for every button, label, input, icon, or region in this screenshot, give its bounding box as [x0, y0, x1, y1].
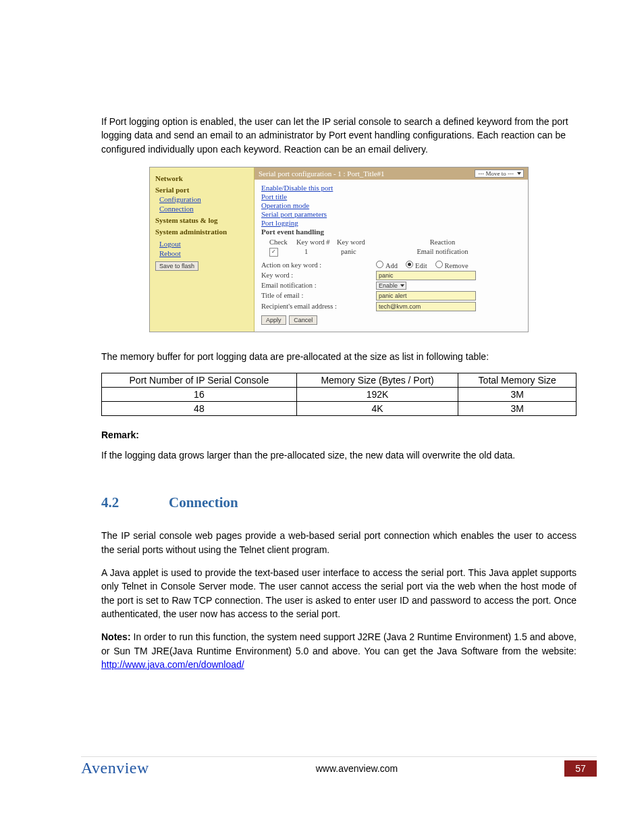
link-operation-mode[interactable]: Operation mode — [261, 201, 521, 209]
radio-add[interactable]: Add — [376, 261, 398, 269]
keyword-row: ✓ 1 panic Email notification — [269, 247, 521, 257]
memory-buffer-paragraph: The memory buffer for port logging data … — [101, 350, 576, 363]
sidebar: Network Serial port Configuration Connec… — [150, 167, 254, 332]
apply-button[interactable]: Apply — [261, 315, 286, 325]
nav-configuration[interactable]: Configuration — [159, 195, 248, 203]
config-screenshot: Network Serial port Configuration Connec… — [149, 167, 529, 332]
nav-logout[interactable]: Logout — [159, 240, 248, 248]
radio-edit[interactable]: Edit — [406, 261, 427, 269]
avenview-logo: Avenview — [81, 759, 149, 777]
panel-title: Serial port configuration - 1 : Port_Tit… — [259, 170, 385, 178]
kw-header-num: Key word # — [296, 238, 337, 246]
label-recipient-email: Recipient's email address : — [261, 303, 376, 310]
radio-remove-label: Remove — [445, 262, 468, 269]
nav-connection[interactable]: Connection — [159, 205, 248, 213]
cancel-button[interactable]: Cancel — [289, 315, 317, 325]
th-total-memory: Total Memory Size — [458, 373, 576, 388]
radio-edit-label: Edit — [415, 262, 427, 269]
td: 48 — [102, 402, 297, 416]
label-email-notification: Email notification : — [261, 282, 376, 289]
notes-paragraph: Notes: In order to run this function, th… — [101, 630, 576, 671]
connection-paragraph-1: The IP serial console web pages provide … — [101, 529, 576, 556]
label-action-on-keyword: Action on key word : — [261, 261, 376, 269]
chevron-down-icon — [400, 284, 404, 287]
nav-serialport[interactable]: Serial port — [155, 186, 248, 194]
link-serial-params[interactable]: Serial port parameters — [261, 210, 521, 218]
label-title-of-email: Title of email : — [261, 292, 376, 299]
link-port-logging[interactable]: Port logging — [261, 219, 521, 227]
td: 3M — [458, 388, 576, 402]
th-port-number: Port Number of IP Serial Console — [102, 373, 297, 388]
label-port-event-handling: Port event handling — [261, 228, 521, 236]
save-to-flash-button[interactable]: Save to flash — [155, 261, 198, 271]
kw-header-reaction: Reaction — [377, 238, 521, 246]
select-email-notification-value: Enable — [379, 282, 398, 289]
remark-paragraph: If the logging data grows larger than th… — [101, 448, 576, 462]
link-enable-port[interactable]: Enable/Disable this port — [261, 184, 521, 192]
nav-system-admin[interactable]: System administration — [155, 228, 248, 236]
section-number: 4.2 — [101, 494, 169, 511]
th-memory-size: Memory Size (Bytes / Port) — [296, 373, 458, 388]
intro-paragraph: If Port logging option is enabled, the u… — [101, 115, 576, 156]
table-header-row: Port Number of IP Serial Console Memory … — [102, 373, 576, 388]
td: 192K — [296, 388, 458, 402]
notes-label: Notes: — [101, 631, 131, 642]
memory-size-table: Port Number of IP Serial Console Memory … — [101, 373, 576, 416]
kw-header-keyword: Key word — [337, 238, 377, 246]
label-keyword: Key word : — [261, 271, 376, 279]
input-recipient-email[interactable]: tech@kvm.com — [376, 302, 476, 311]
td: 3M — [458, 402, 576, 416]
footer-divider — [81, 756, 597, 757]
keyword-row-reaction: Email notification — [377, 248, 521, 255]
nav-reboot[interactable]: Reboot — [159, 249, 248, 257]
section-title: Connection — [169, 494, 238, 511]
nav-network[interactable]: Network — [155, 174, 248, 182]
select-email-notification[interactable]: Enable — [376, 282, 406, 290]
footer-site: www.avenview.com — [149, 763, 564, 774]
kw-header-check: Check — [269, 238, 296, 246]
move-to-select-value: --- Move to --- — [478, 170, 514, 177]
keyword-row-num: 1 — [296, 248, 337, 255]
input-keyword[interactable]: panic — [376, 271, 476, 280]
table-row: 48 4K 3M — [102, 402, 576, 416]
nav-system-status[interactable]: System status & log — [155, 216, 248, 224]
td: 16 — [102, 388, 297, 402]
java-download-link[interactable]: http://www.java.com/en/download/ — [101, 659, 244, 670]
chevron-down-icon — [517, 172, 521, 175]
keyword-checkbox[interactable]: ✓ — [269, 248, 278, 257]
td: 4K — [296, 402, 458, 416]
page-footer: Avenview www.avenview.com 57 — [0, 759, 644, 777]
panel-title-bar: Serial port configuration - 1 : Port_Tit… — [254, 167, 528, 180]
connection-paragraph-2: A Java applet is used to provide the tex… — [101, 566, 576, 621]
move-to-select[interactable]: --- Move to --- — [475, 170, 524, 178]
notes-text: In order to run this function, the syste… — [101, 631, 576, 656]
table-row: 16 192K 3M — [102, 388, 576, 402]
remark-heading: Remark: — [101, 429, 576, 440]
keyword-row-word: panic — [337, 248, 377, 255]
radio-add-label: Add — [385, 262, 398, 269]
radio-remove[interactable]: Remove — [435, 261, 468, 269]
section-heading: 4.2Connection — [101, 494, 576, 511]
page-number: 57 — [564, 760, 597, 777]
link-port-title[interactable]: Port title — [261, 192, 521, 201]
keyword-table: Check Key word # Key word Reaction ✓ 1 p… — [269, 238, 521, 257]
input-email-title[interactable]: panic alert — [376, 291, 476, 301]
